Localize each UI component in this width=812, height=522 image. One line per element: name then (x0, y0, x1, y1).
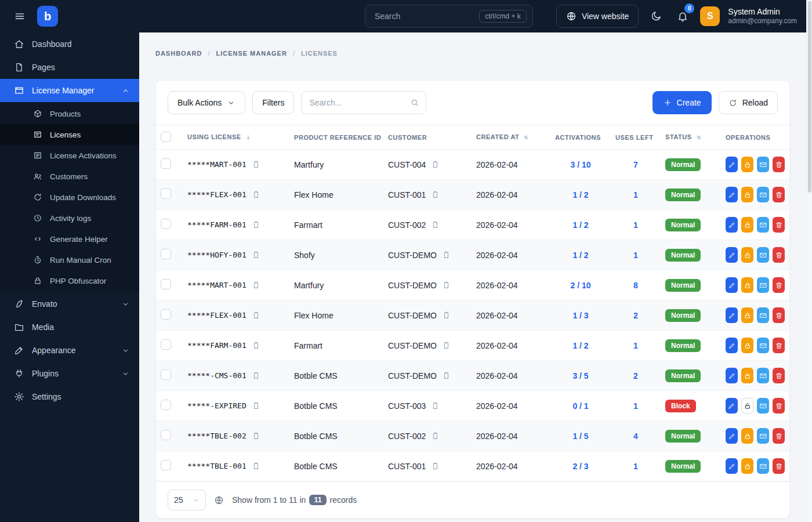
row-checkbox[interactable] (161, 279, 171, 289)
row-checkbox[interactable] (161, 219, 171, 229)
column-header[interactable]: CREATED AT (476, 133, 519, 140)
copy-icon[interactable] (252, 220, 260, 229)
copy-icon[interactable] (252, 401, 260, 410)
scrollbar-thumb[interactable] (808, 1, 811, 193)
notifications-button[interactable]: 0 (673, 7, 692, 26)
edit-button[interactable] (726, 157, 738, 172)
app-logo[interactable]: b (37, 6, 58, 27)
sidebar-item-media[interactable]: Media (0, 316, 139, 339)
mail-button[interactable] (757, 157, 769, 172)
breadcrumb-dashboard[interactable]: DASHBOARD (155, 50, 202, 57)
activations-value[interactable]: 1 / 3 (572, 311, 588, 320)
copy-icon[interactable] (442, 251, 451, 259)
row-checkbox[interactable] (161, 158, 171, 169)
activations-value[interactable]: 3 / 10 (570, 160, 590, 169)
row-checkbox[interactable] (161, 400, 171, 410)
unlock-button[interactable] (741, 398, 753, 414)
edit-button[interactable] (726, 428, 738, 444)
dark-mode-toggle[interactable] (647, 7, 665, 26)
lock-button[interactable] (741, 458, 753, 474)
edit-button[interactable] (726, 247, 738, 263)
sidebar-item-pages[interactable]: Pages (0, 56, 139, 79)
activations-value[interactable]: 1 / 2 (572, 190, 588, 200)
mail-button[interactable] (757, 247, 769, 263)
activations-value[interactable]: 3 / 5 (572, 371, 588, 380)
mail-button[interactable] (757, 398, 769, 414)
edit-button[interactable] (726, 187, 738, 202)
delete-button[interactable] (773, 247, 785, 263)
mail-button[interactable] (757, 368, 769, 383)
copy-icon[interactable] (252, 160, 260, 169)
uses-left-value[interactable]: 1 (633, 341, 638, 350)
mail-button[interactable] (757, 307, 769, 323)
copy-icon[interactable] (431, 401, 440, 410)
activations-value[interactable]: 2 / 10 (570, 281, 590, 290)
edit-button[interactable] (726, 277, 738, 293)
sidebar-item-run-manual-cron[interactable]: Run Manual Cron (0, 249, 139, 270)
row-checkbox[interactable] (161, 430, 171, 440)
copy-icon[interactable] (431, 432, 440, 440)
lock-button[interactable] (741, 307, 753, 323)
sidebar-item-customers[interactable]: Customers (0, 166, 139, 187)
table-search-input[interactable] (301, 91, 426, 114)
select-all-checkbox[interactable] (161, 132, 171, 142)
uses-left-value[interactable]: 1 (633, 251, 638, 260)
edit-button[interactable] (726, 217, 738, 233)
uses-left-value[interactable]: 2 (633, 311, 638, 320)
lock-button[interactable] (741, 157, 753, 172)
sidebar-item-generate-helper[interactable]: Generate Helper (0, 229, 139, 249)
mail-button[interactable] (757, 458, 769, 474)
uses-left-value[interactable]: 8 (633, 281, 638, 290)
sidebar-item-license-manager[interactable]: License Manager (0, 79, 139, 102)
copy-icon[interactable] (431, 160, 440, 169)
filters-button[interactable]: Filters (252, 91, 294, 114)
sidebar-item-licenses[interactable]: Licenses (0, 124, 139, 145)
copy-icon[interactable] (431, 462, 440, 470)
copy-icon[interactable] (442, 311, 451, 320)
column-header[interactable]: STATUS (665, 133, 692, 140)
activations-value[interactable]: 1 / 5 (572, 432, 588, 441)
breadcrumb-license-manager[interactable]: LICENSE MANAGER (216, 50, 287, 57)
row-checkbox[interactable] (161, 339, 171, 350)
create-button[interactable]: Create (652, 91, 712, 114)
sidebar-item-plugins[interactable]: Plugins (0, 362, 139, 385)
sort-desc-icon[interactable] (245, 134, 252, 141)
sidebar-item-dashboard[interactable]: Dashboard (0, 32, 139, 56)
delete-button[interactable] (773, 428, 785, 444)
copy-icon[interactable] (252, 311, 260, 320)
user-menu[interactable]: System Admin admin@company.com (728, 6, 797, 26)
edit-button[interactable] (726, 307, 738, 323)
copy-icon[interactable] (252, 190, 260, 199)
activations-value[interactable]: 0 / 1 (572, 401, 588, 411)
view-website-button[interactable]: View website (556, 5, 639, 28)
avatar[interactable]: S (700, 6, 720, 26)
row-checkbox[interactable] (161, 309, 171, 320)
delete-button[interactable] (773, 157, 785, 172)
edit-button[interactable] (726, 398, 738, 414)
row-checkbox[interactable] (161, 188, 171, 199)
activations-value[interactable]: 1 / 2 (572, 251, 588, 260)
sort-both-icon[interactable] (523, 134, 530, 141)
copy-icon[interactable] (252, 341, 260, 350)
copy-icon[interactable] (252, 281, 260, 289)
copy-icon[interactable] (252, 432, 260, 440)
copy-icon[interactable] (252, 462, 260, 470)
global-search[interactable]: ctrl/cmd + k (365, 5, 533, 28)
row-checkbox[interactable] (161, 460, 171, 470)
delete-button[interactable] (773, 368, 785, 383)
mail-button[interactable] (757, 187, 769, 202)
delete-button[interactable] (773, 217, 785, 233)
copy-icon[interactable] (442, 341, 451, 350)
delete-button[interactable] (773, 307, 785, 323)
row-checkbox[interactable] (161, 369, 171, 380)
delete-button[interactable] (773, 187, 785, 202)
uses-left-value[interactable]: 1 (633, 190, 638, 200)
copy-icon[interactable] (252, 251, 260, 259)
lock-button[interactable] (741, 428, 753, 444)
menu-button[interactable] (10, 7, 29, 26)
bulk-actions-button[interactable]: Bulk Actions (168, 91, 245, 114)
sidebar-item-products[interactable]: Products (0, 103, 139, 124)
delete-button[interactable] (773, 398, 785, 414)
scrollbar[interactable] (806, 0, 812, 522)
lock-button[interactable] (741, 247, 753, 263)
